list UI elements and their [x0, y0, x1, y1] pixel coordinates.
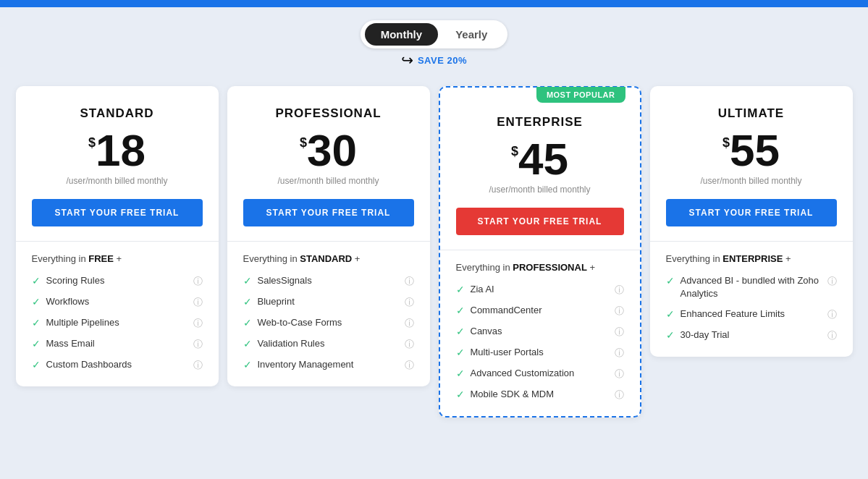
plan-name-standard: STANDARD [32, 106, 203, 121]
feature-item: ✓ Advanced Customization ⓘ [456, 367, 624, 381]
plan-name-enterprise: ENTERPRISE [456, 115, 624, 130]
info-icon[interactable]: ⓘ [405, 338, 414, 351]
feature-name: Mobile SDK & MDM [471, 388, 555, 401]
check-icon: ✓ [243, 338, 252, 349]
info-icon[interactable]: ⓘ [615, 389, 624, 402]
billing-note-standard: /user/month billed monthly [32, 176, 203, 186]
price-amount-professional: 30 [307, 128, 357, 173]
info-icon[interactable]: ⓘ [405, 359, 414, 372]
feature-name: Web-to-Case Forms [258, 316, 342, 329]
yearly-toggle[interactable]: Yearly [439, 23, 503, 46]
feature-item: ✓ Scoring Rules ⓘ [32, 274, 203, 288]
feature-name: Inventory Management [258, 358, 354, 371]
check-icon: ✓ [32, 317, 41, 328]
divider-ultimate [650, 241, 853, 242]
feature-name: Advanced BI - bundled with Zoho Analytic… [681, 274, 823, 300]
feature-name: Mass Email [46, 337, 95, 350]
check-icon: ✓ [243, 359, 252, 370]
feature-name: Blueprint [258, 295, 295, 308]
billing-note-enterprise: /user/month billed monthly [456, 185, 624, 195]
info-icon[interactable]: ⓘ [615, 368, 624, 381]
feature-item: ✓ Enhanced Feature Limits ⓘ [666, 308, 837, 321]
feature-item: ✓ Mass Email ⓘ [32, 337, 203, 351]
plan-price-row-standard: $ 18 [32, 128, 203, 173]
plan-card-professional: PROFESSIONAL $ 30 /user/month billed mon… [227, 86, 430, 386]
plan-price-row-enterprise: $ 45 [456, 137, 624, 182]
cta-button-ultimate[interactable]: START YOUR FREE TRIAL [666, 199, 837, 226]
plans-container: STANDARD $ 18 /user/month billed monthly… [0, 75, 868, 432]
cta-button-enterprise[interactable]: START YOUR FREE TRIAL [456, 208, 624, 235]
feature-item: ✓ CommandCenter ⓘ [456, 304, 624, 318]
info-icon[interactable]: ⓘ [193, 275, 203, 288]
info-icon[interactable]: ⓘ [827, 308, 837, 321]
feature-item: ✓ SalesSignals ⓘ [243, 274, 414, 288]
plan-card-ultimate: ULTIMATE $ 55 /user/month billed monthly… [650, 86, 853, 357]
includes-text-professional: Everything in STANDARD + [243, 253, 414, 264]
feature-name: SalesSignals [258, 274, 312, 287]
feature-item: ✓ Zia AI ⓘ [456, 283, 624, 297]
feature-item: ✓ Custom Dashboards ⓘ [32, 358, 203, 372]
feature-left: ✓ Validation Rules [243, 337, 325, 350]
most-popular-badge: MOST POPULAR [536, 87, 625, 103]
feature-name: Advanced Customization [471, 367, 575, 380]
check-icon: ✓ [666, 329, 675, 341]
feature-item: ✓ Validation Rules ⓘ [243, 337, 414, 351]
feature-left: ✓ Blueprint [243, 295, 295, 308]
monthly-toggle[interactable]: Monthly [365, 23, 439, 46]
feature-left: ✓ Scoring Rules [32, 274, 105, 287]
check-icon: ✓ [32, 338, 41, 349]
feature-list-professional: ✓ SalesSignals ⓘ ✓ Blueprint ⓘ ✓ Web-to-… [243, 274, 414, 372]
feature-left: ✓ 30-day Trial [666, 328, 730, 342]
feature-list-ultimate: ✓ Advanced BI - bundled with Zoho Analyt… [666, 274, 837, 342]
price-dollar-enterprise: $ [511, 144, 518, 159]
plan-name-professional: PROFESSIONAL [243, 106, 414, 121]
cta-button-standard[interactable]: START YOUR FREE TRIAL [32, 199, 203, 226]
feature-left: ✓ Mobile SDK & MDM [456, 388, 555, 401]
divider-enterprise [440, 250, 640, 250]
check-icon: ✓ [666, 275, 675, 287]
check-icon: ✓ [243, 296, 252, 308]
info-icon[interactable]: ⓘ [405, 275, 414, 288]
divider-professional [227, 241, 430, 242]
info-icon[interactable]: ⓘ [193, 338, 203, 351]
includes-text-enterprise: Everything in PROFESSIONAL + [456, 262, 624, 273]
feature-left: ✓ Multi-user Portals [456, 346, 544, 359]
price-dollar-ultimate: $ [722, 135, 730, 151]
info-icon[interactable]: ⓘ [615, 284, 624, 297]
check-icon: ✓ [666, 308, 675, 320]
info-icon[interactable]: ⓘ [193, 359, 203, 372]
check-icon: ✓ [243, 275, 252, 287]
billing-note-ultimate: /user/month billed monthly [666, 176, 837, 186]
price-dollar-standard: $ [88, 135, 96, 151]
check-icon: ✓ [456, 368, 465, 379]
feature-name: Validation Rules [258, 337, 325, 350]
info-icon[interactable]: ⓘ [615, 326, 624, 339]
feature-left: ✓ Mass Email [32, 337, 95, 350]
price-dollar-professional: $ [300, 135, 307, 151]
info-icon[interactable]: ⓘ [193, 317, 203, 330]
includes-text-ultimate: Everything in ENTERPRISE + [666, 253, 837, 264]
feature-left: ✓ Canvas [456, 325, 502, 338]
feature-item: ✓ Canvas ⓘ [456, 325, 624, 339]
feature-left: ✓ Inventory Management [243, 358, 354, 371]
feature-name: Zia AI [471, 283, 494, 296]
info-icon[interactable]: ⓘ [193, 296, 203, 309]
check-icon: ✓ [456, 347, 465, 358]
info-icon[interactable]: ⓘ [405, 296, 414, 309]
top-bar [0, 0, 868, 7]
billing-note-professional: /user/month billed monthly [243, 176, 414, 186]
billing-toggle[interactable]: Monthly Yearly [361, 20, 508, 48]
info-icon[interactable]: ⓘ [827, 275, 837, 288]
check-icon: ✓ [456, 305, 465, 316]
curved-arrow-icon: ↩ [401, 53, 413, 67]
info-icon[interactable]: ⓘ [405, 317, 414, 330]
info-icon[interactable]: ⓘ [615, 305, 624, 318]
divider-standard [16, 241, 219, 242]
cta-button-professional[interactable]: START YOUR FREE TRIAL [243, 199, 414, 226]
feature-item: ✓ 30-day Trial ⓘ [666, 328, 837, 342]
feature-name: Canvas [471, 325, 502, 338]
feature-name: Workflows [46, 295, 90, 308]
info-icon[interactable]: ⓘ [615, 347, 624, 360]
info-icon[interactable]: ⓘ [827, 329, 837, 342]
includes-text-standard: Everything in FREE + [32, 253, 203, 264]
